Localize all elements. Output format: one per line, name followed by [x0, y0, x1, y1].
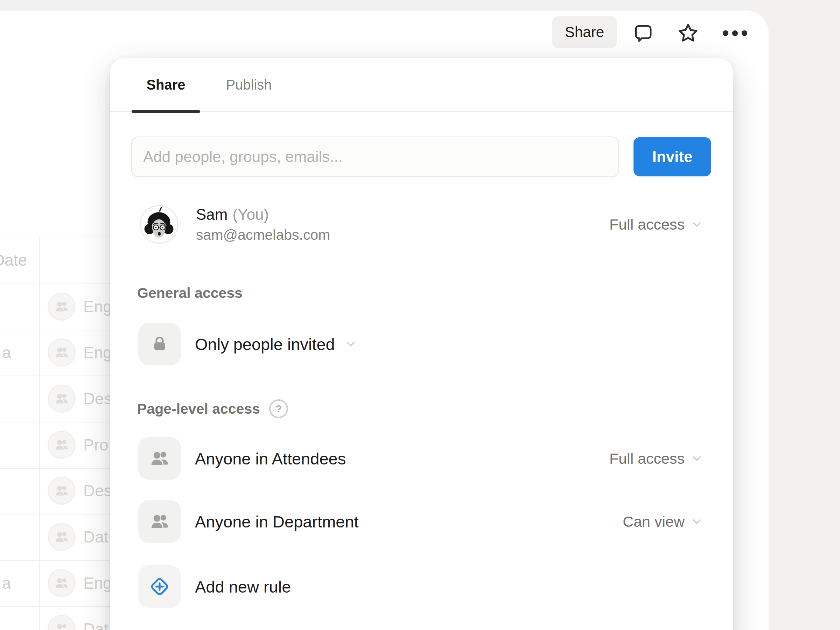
diamond-plus-icon	[148, 575, 171, 598]
owner-you-suffix: (You)	[232, 206, 269, 223]
lock-icon	[150, 334, 170, 354]
owner-permission-value: Full access	[609, 216, 685, 233]
people-icon	[149, 448, 170, 469]
more-options-button[interactable]	[719, 17, 751, 49]
chevron-down-icon	[690, 452, 704, 465]
add-rule-icon-box	[138, 565, 181, 608]
dialog-tabbar: Share Publish	[110, 58, 733, 112]
ellipsis-icon	[719, 17, 751, 49]
general-access-value: Only people invited	[195, 335, 335, 354]
toolbar-share-button[interactable]: Share	[552, 16, 617, 48]
table-cell-label: Pro	[83, 431, 109, 459]
active-tab-underline	[132, 110, 200, 113]
page-level-access-heading: Page-level access ?	[137, 399, 288, 418]
toolbar-share-label: Share	[565, 24, 604, 41]
rule-permission-value: Can view	[623, 513, 685, 530]
group-avatar	[47, 523, 76, 551]
tab-share[interactable]: Share	[132, 58, 200, 111]
comment-bubble-icon	[632, 22, 654, 44]
table-cell-label: Des	[83, 477, 112, 505]
group-avatar	[47, 569, 76, 597]
page-level-heading-label: Page-level access	[137, 401, 260, 417]
page-rule-row: Anyone in Attendees Full access	[138, 437, 704, 480]
invite-input[interactable]	[131, 136, 619, 177]
table-cell-label: Eng	[83, 338, 112, 366]
comments-button[interactable]	[628, 17, 659, 49]
people-icon	[54, 483, 69, 498]
group-icon-box	[138, 437, 181, 480]
people-icon	[54, 345, 69, 360]
table-cell-label: Eng	[83, 569, 112, 597]
general-access-heading-label: General access	[137, 285, 243, 302]
general-access-heading: General access	[137, 285, 243, 302]
star-icon	[676, 21, 700, 45]
people-icon	[54, 299, 69, 314]
owner-permission-dropdown[interactable]: Full access	[609, 216, 704, 233]
chevron-down-icon	[344, 337, 357, 351]
group-icon-box	[138, 500, 181, 543]
group-avatar	[47, 385, 76, 413]
lock-icon-box	[138, 323, 181, 365]
owner-email: sam@acmelabs.com	[196, 227, 330, 243]
table-cell-label: Dat	[83, 615, 109, 630]
table-column-header-date: Date	[0, 251, 27, 270]
rule-permission-dropdown[interactable]: Full access	[609, 450, 704, 467]
people-icon	[54, 391, 69, 406]
group-avatar	[47, 293, 76, 321]
people-icon	[54, 575, 69, 591]
share-dialog: Share Publish Invite Sam (You)	[110, 58, 733, 630]
chevron-down-icon	[690, 515, 704, 528]
people-icon	[54, 621, 69, 630]
rule-permission-value: Full access	[609, 450, 685, 467]
general-access-dropdown[interactable]: Only people invited	[195, 335, 357, 354]
table-cell-fragment: a	[2, 569, 11, 597]
help-icon[interactable]: ?	[269, 399, 288, 418]
add-rule-label: Add new rule	[195, 577, 291, 597]
tab-publish[interactable]: Publish	[219, 58, 279, 111]
table-gridline	[39, 237, 40, 630]
table-cell-label: Dat	[83, 523, 109, 551]
group-avatar	[47, 338, 76, 366]
chevron-down-icon	[690, 218, 704, 231]
rule-label: Anyone in Department	[195, 512, 359, 531]
favorite-button[interactable]	[673, 17, 704, 49]
page-rule-row: Anyone in Department Can view	[138, 500, 704, 543]
member-row-owner: Sam (You) sam@acmelabs.com Full access	[139, 203, 704, 245]
people-icon	[54, 529, 69, 545]
table-cell-label: Des	[83, 385, 112, 413]
rule-label: Anyone in Attendees	[195, 449, 346, 468]
people-icon	[54, 437, 69, 453]
rule-permission-dropdown[interactable]: Can view	[623, 513, 704, 530]
owner-avatar	[139, 205, 178, 244]
group-avatar	[47, 477, 76, 505]
group-avatar	[47, 615, 76, 630]
owner-name: Sam	[196, 206, 227, 223]
invite-button[interactable]: Invite	[633, 137, 711, 177]
people-icon	[149, 511, 170, 532]
add-new-rule-button[interactable]: Add new rule	[138, 565, 704, 608]
table-cell-label: Eng	[83, 293, 112, 321]
table-cell-fragment: a	[2, 338, 11, 366]
general-access-row: Only people invited	[138, 323, 704, 365]
group-avatar	[47, 431, 76, 459]
